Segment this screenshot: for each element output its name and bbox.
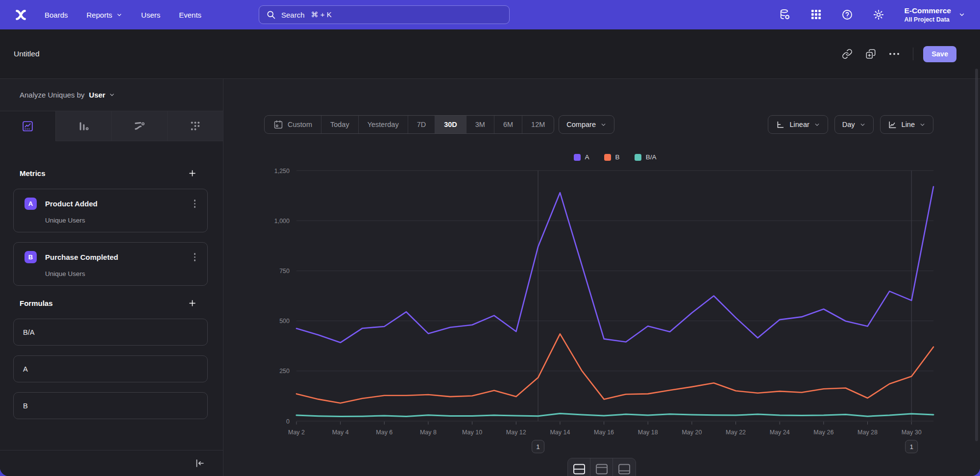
more-options-icon[interactable] — [885, 45, 903, 63]
help-icon[interactable] — [841, 9, 853, 21]
copy-link-icon[interactable] — [838, 45, 856, 63]
kebab-menu-icon[interactable] — [192, 252, 198, 262]
kebab-menu-icon[interactable] — [192, 199, 198, 209]
duplicate-icon[interactable] — [862, 45, 880, 63]
tab-insights-line[interactable] — [0, 111, 56, 141]
metric-card-top: BPurchase Completed — [24, 251, 197, 263]
svg-text:May 10: May 10 — [462, 429, 482, 436]
search-placeholder: Search — [281, 11, 305, 19]
metric-badge: A — [24, 198, 37, 210]
formula-label: A — [23, 365, 28, 373]
flows-tab-icon — [133, 120, 146, 132]
apps-grid-icon[interactable] — [810, 9, 822, 20]
svg-text:250: 250 — [279, 368, 290, 375]
analyze-by-dropdown[interactable]: User — [89, 91, 115, 99]
svg-text:1: 1 — [536, 443, 540, 451]
svg-text:May 4: May 4 — [332, 429, 349, 436]
formula-label: B/A — [23, 328, 34, 336]
metric-card[interactable]: AProduct AddedUnique Users — [13, 189, 208, 232]
nav-item-reports[interactable]: Reports — [87, 11, 123, 19]
svg-text:May 18: May 18 — [638, 429, 658, 436]
top-nav-right: E-Commerce All Project Data — [779, 6, 965, 24]
query-sidebar: Analyze Uniques by User — [0, 79, 223, 476]
chevron-down-icon — [958, 11, 965, 18]
analyze-label: Analyze Uniques by — [20, 91, 85, 99]
tab-metrics[interactable] — [168, 111, 223, 141]
svg-text:May 12: May 12 — [506, 429, 526, 436]
tab-flows[interactable] — [112, 111, 168, 141]
svg-text:May 30: May 30 — [902, 429, 922, 436]
svg-text:May 22: May 22 — [726, 429, 746, 436]
divider — [913, 48, 913, 60]
metric-card[interactable]: BPurchase CompletedUnique Users — [13, 242, 208, 286]
report-title[interactable]: Untitled — [14, 50, 40, 58]
svg-text:1: 1 — [909, 443, 913, 451]
metric-measure[interactable]: Unique Users — [45, 217, 197, 224]
add-metric-button[interactable] — [188, 169, 197, 178]
project-switcher[interactable]: E-Commerce All Project Data — [904, 6, 965, 24]
sidebar-body: Metrics AProduct AddedUnique UsersBPurch… — [0, 141, 223, 476]
svg-text:May 20: May 20 — [682, 429, 702, 436]
mixpanel-logo-icon[interactable] — [15, 9, 27, 21]
nav-item-events[interactable]: Events — [179, 11, 201, 19]
metrics-header: Metrics — [13, 169, 208, 178]
metrics-tab-icon — [189, 120, 201, 132]
bar-chart-tab-icon — [77, 120, 90, 132]
metric-name: Purchase Completed — [45, 253, 118, 261]
nav-item-label: Users — [141, 11, 160, 19]
metric-card-top: AProduct Added — [24, 198, 197, 210]
nav-item-label: Reports — [87, 11, 113, 19]
svg-text:May 6: May 6 — [376, 429, 392, 436]
vertical-scrollbar[interactable] — [975, 69, 978, 441]
metric-badge: B — [24, 251, 37, 263]
project-info: E-Commerce All Project Data — [904, 6, 951, 24]
layout-table-only-icon[interactable] — [613, 458, 636, 476]
nav-item-label: Boards — [45, 11, 68, 19]
analyze-uniques-row: Analyze Uniques by User — [0, 79, 223, 111]
formula-label: B — [23, 402, 28, 410]
formula-card[interactable]: B — [13, 392, 208, 419]
line-chart-tab-icon — [22, 120, 34, 132]
chart-kind-tabs — [0, 111, 223, 141]
svg-text:500: 500 — [279, 318, 290, 325]
formula-card-list: B/AAB — [13, 319, 208, 419]
add-formula-button[interactable] — [188, 299, 197, 308]
formula-card[interactable]: A — [13, 355, 208, 382]
metric-measure[interactable]: Unique Users — [45, 270, 197, 277]
search-input[interactable]: Search ⌘ + K — [259, 5, 510, 24]
svg-text:May 2: May 2 — [288, 429, 305, 436]
main-nav: BoardsReportsUsersEvents — [45, 11, 201, 19]
formula-card[interactable]: B/A — [13, 319, 208, 346]
line-chart-svg: 02505007501,0001,250May 2May 4May 6May 8… — [223, 79, 980, 474]
save-button[interactable]: Save — [923, 46, 956, 62]
settings-gear-icon[interactable] — [873, 9, 884, 21]
chevron-down-icon — [116, 12, 122, 18]
svg-text:1,000: 1,000 — [274, 218, 290, 225]
formulas-title: Formulas — [20, 299, 53, 307]
svg-text:0: 0 — [286, 418, 290, 425]
nav-item-users[interactable]: Users — [141, 11, 160, 19]
collapse-sidebar-icon[interactable] — [195, 458, 205, 469]
tab-bar-chart[interactable] — [56, 111, 112, 141]
chart-area: CustomTodayYesterday7D30D3M6M12M Compare… — [223, 79, 980, 476]
svg-text:May 24: May 24 — [770, 429, 790, 436]
line-chart[interactable]: 02505007501,0001,250May 2May 4May 6May 8… — [223, 79, 980, 476]
formulas-header: Formulas — [13, 299, 208, 308]
analyze-by-value: User — [89, 91, 105, 99]
nav-item-boards[interactable]: Boards — [45, 11, 68, 19]
search-icon — [266, 10, 276, 20]
report-header: Untitled Save — [0, 29, 980, 79]
metric-name: Product Added — [45, 200, 98, 208]
layout-split-view-icon[interactable] — [568, 458, 590, 476]
metric-card-list: AProduct AddedUnique UsersBPurchase Comp… — [13, 189, 208, 286]
layout-toggle-group — [567, 458, 636, 476]
sidebar-footer — [0, 450, 223, 476]
svg-text:May 8: May 8 — [420, 429, 437, 436]
metrics-title: Metrics — [20, 169, 46, 177]
svg-text:750: 750 — [279, 268, 290, 275]
svg-text:May 14: May 14 — [550, 429, 570, 436]
content-panel: Untitled Save — [0, 29, 980, 476]
layout-chart-only-icon[interactable] — [590, 458, 613, 476]
data-management-icon[interactable] — [779, 8, 791, 21]
svg-text:1,250: 1,250 — [274, 168, 290, 175]
